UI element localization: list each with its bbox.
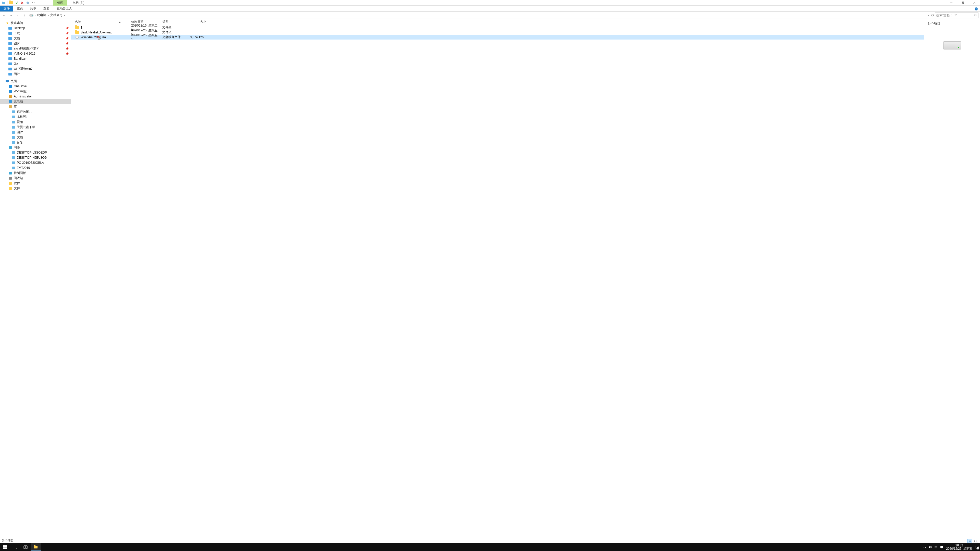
qat-folder-icon[interactable]: [8, 0, 14, 5]
tree-label: 桌面: [11, 79, 17, 83]
qat-app-icon[interactable]: [1, 0, 6, 5]
tree-desktop-item[interactable]: 图片: [0, 130, 71, 135]
ribbon-tab-file[interactable]: 文件: [0, 6, 13, 11]
chevron-right-icon[interactable]: ›: [33, 14, 37, 17]
history-dropdown-icon[interactable]: [15, 13, 21, 18]
tree-desktop-item[interactable]: 视频: [0, 119, 71, 124]
task-view-icon[interactable]: [21, 543, 30, 551]
tree-desktop-item[interactable]: 此电脑: [0, 99, 71, 104]
close-button[interactable]: [969, 0, 980, 6]
view-details-button[interactable]: [967, 539, 972, 543]
tree-desktop-item[interactable]: DESKTOP-NJEU3CG: [0, 155, 71, 160]
svg-rect-13: [3, 545, 5, 547]
forward-button[interactable]: →: [8, 13, 14, 18]
column-type[interactable]: 类型: [162, 20, 188, 24]
start-button[interactable]: [0, 543, 10, 551]
qat-close-icon[interactable]: [20, 0, 25, 5]
tree-desktop-item[interactable]: 网络: [0, 145, 71, 150]
address-dropdown-icon[interactable]: [927, 14, 929, 16]
tree-desktop-item[interactable]: 回收站: [0, 176, 71, 181]
file-row[interactable]: Win7x64_2020.iso 2020/12/25, 星期五 1... 光盘…: [71, 35, 924, 40]
search-icon[interactable]: [974, 14, 977, 17]
ribbon-expand-icon[interactable]: [970, 8, 972, 10]
tree-pinned-item[interactable]: YUNQISHI2019📌: [0, 51, 71, 56]
tree-pinned-item[interactable]: 下载📌: [0, 30, 71, 36]
navigation-tree[interactable]: ★ 快速访问 Desktop📌下载📌文档📌图片📌excel表格制作求和📌YUNQ…: [0, 19, 71, 538]
status-bar: 3 个项目: [0, 538, 980, 543]
search-box[interactable]: [935, 13, 978, 18]
contextual-tab-manage[interactable]: 管理: [53, 0, 67, 6]
tree-desktop-item[interactable]: PC-20190530OBLA: [0, 160, 71, 165]
tree-pinned-item[interactable]: 图片📌: [0, 41, 71, 46]
file-name: 1: [81, 26, 83, 29]
view-icons-button[interactable]: [973, 539, 978, 543]
tray-notification-icon[interactable]: [940, 546, 943, 549]
tree-desktop-item[interactable]: OneDrive: [0, 84, 71, 89]
tree-label: Administrator: [14, 95, 32, 98]
column-name[interactable]: 名称▲: [75, 20, 131, 24]
ribbon-tab-view[interactable]: 查看: [40, 6, 53, 11]
tree-pinned-item[interactable]: G:\: [0, 61, 71, 66]
qat-shield-icon[interactable]: [25, 0, 30, 5]
svg-rect-8: [6, 82, 8, 83]
action-center-icon[interactable]: 3: [975, 546, 978, 549]
file-row[interactable]: BaiduNetdiskDownload 2020/12/25, 星期五 1..…: [71, 30, 924, 35]
tree-desktop-item[interactable]: 保存的图片: [0, 109, 71, 114]
tree-desktop-item[interactable]: 天翼云盘下载: [0, 124, 71, 130]
up-button[interactable]: ↑: [21, 13, 27, 18]
tree-desktop-item[interactable]: ZMT2019: [0, 165, 71, 170]
column-size[interactable]: 大小: [188, 20, 206, 24]
refresh-icon[interactable]: [931, 14, 934, 17]
maximize-button[interactable]: [957, 0, 969, 6]
minimize-button[interactable]: [945, 0, 957, 6]
tree-desktop[interactable]: 桌面: [0, 79, 71, 84]
breadcrumb[interactable]: › 此电脑 › 文档 (E:) ›: [28, 13, 926, 18]
ime-indicator[interactable]: 中: [935, 545, 938, 549]
tree-pinned-item[interactable]: 图片: [0, 71, 71, 76]
folder-icon: [8, 57, 12, 61]
qat-dropdown-icon[interactable]: [31, 0, 36, 5]
tree-label: 快速访问: [11, 21, 23, 25]
tree-quick-access[interactable]: ★ 快速访问: [0, 21, 71, 25]
tree-desktop-item[interactable]: 本机照片: [0, 114, 71, 119]
crumb-drive[interactable]: 文档 (E:): [50, 13, 63, 17]
svg-rect-4: [30, 14, 33, 16]
volume-icon[interactable]: [928, 546, 932, 549]
pin-icon: 📌: [65, 27, 68, 30]
tree-desktop-item[interactable]: WPS网盘: [0, 89, 71, 94]
tree-pinned-item[interactable]: excel表格制作求和📌: [0, 46, 71, 51]
tree-desktop-item[interactable]: 文档: [0, 135, 71, 140]
tree-desktop-item[interactable]: DESKTOP-LSSOEDP: [0, 150, 71, 155]
ribbon-tab-home[interactable]: 主页: [13, 6, 27, 11]
tree-pinned-item[interactable]: 文档📌: [0, 36, 71, 41]
tree-desktop-item[interactable]: 文件: [0, 186, 71, 191]
chevron-right-icon[interactable]: ›: [63, 14, 66, 17]
pin-icon: 📌: [65, 42, 68, 45]
tree-desktop-item[interactable]: 音乐: [0, 140, 71, 145]
svg-rect-7: [6, 80, 9, 82]
tree-desktop-item[interactable]: 库: [0, 104, 71, 109]
tree-pinned-item[interactable]: Desktop📌: [0, 25, 71, 30]
ribbon-tab-share[interactable]: 共享: [27, 6, 40, 11]
help-icon[interactable]: ?: [974, 7, 978, 11]
tree-desktop-item[interactable]: Administrator: [0, 94, 71, 99]
back-button[interactable]: ←: [2, 13, 7, 18]
file-row[interactable]: 1 2020/12/15, 星期二 1... 文件夹: [71, 25, 924, 30]
node-icon: [8, 105, 12, 109]
tree-pinned-item[interactable]: win7重装win7: [0, 66, 71, 71]
taskbar-explorer-icon[interactable]: [30, 543, 41, 551]
tree-label: 视频: [17, 120, 23, 124]
clock[interactable]: 16:32 2020/12/25, 星期五: [946, 544, 972, 551]
ribbon-tab-drivetools[interactable]: 驱动器工具: [53, 6, 76, 11]
tray-chevron-up-icon[interactable]: [923, 546, 926, 548]
taskbar-search-icon[interactable]: [10, 543, 21, 551]
search-input[interactable]: [936, 14, 973, 17]
svg-point-17: [14, 546, 16, 548]
tree-desktop-item[interactable]: 控制面板: [0, 170, 71, 176]
crumb-this-pc[interactable]: 此电脑: [37, 13, 47, 17]
tree-desktop-item[interactable]: 软件: [0, 181, 71, 186]
chevron-right-icon[interactable]: ›: [47, 14, 50, 17]
qat-check-icon[interactable]: [14, 0, 19, 5]
tree-label: YUNQISHI2019: [14, 52, 35, 56]
tree-pinned-item[interactable]: Bandicam: [0, 56, 71, 61]
